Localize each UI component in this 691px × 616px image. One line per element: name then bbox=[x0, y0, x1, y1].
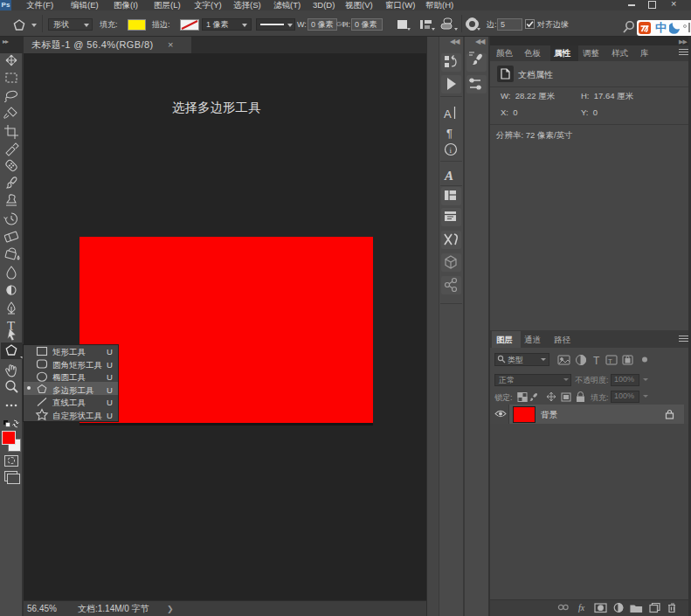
svg-text:¶: ¶ bbox=[446, 127, 453, 140]
svg-text:i: i bbox=[450, 146, 453, 155]
svg-text:T: T bbox=[608, 357, 612, 365]
svg-text:T: T bbox=[593, 355, 600, 367]
svg-text:A: A bbox=[444, 107, 452, 121]
svg-text:fx: fx bbox=[578, 603, 585, 613]
svg-text:A: A bbox=[444, 169, 453, 183]
